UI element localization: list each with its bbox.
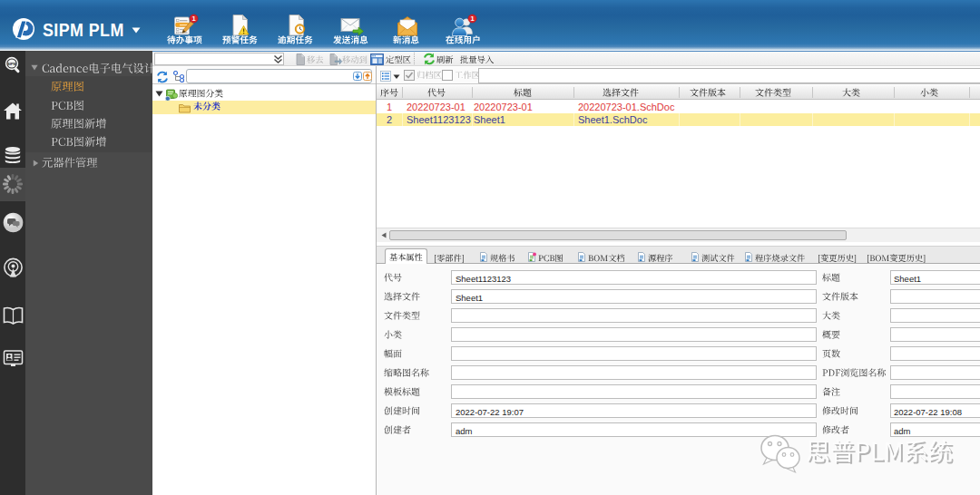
- svg-text:1: 1: [470, 15, 474, 23]
- svg-text:1: 1: [191, 15, 195, 23]
- svg-text:SIPM: SIPM: [7, 62, 17, 66]
